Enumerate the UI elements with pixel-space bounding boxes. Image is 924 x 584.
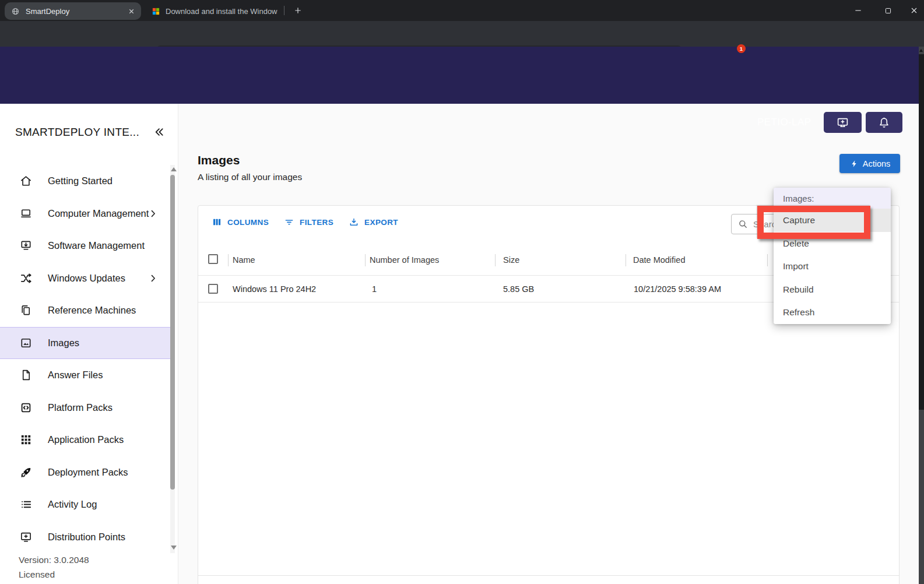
updates-shuffle-icon <box>19 272 33 285</box>
scroll-up-arrow-icon[interactable] <box>171 167 177 171</box>
sidebar-item-answer-files[interactable]: Answer Files <box>0 359 170 392</box>
filter-icon <box>284 217 294 227</box>
window-close-button[interactable] <box>905 4 923 17</box>
sidebar-item-getting-started[interactable]: Getting Started <box>0 165 170 198</box>
actions-button-label: Actions <box>863 159 891 168</box>
tab-windows-download[interactable]: Download and install the Windows A <box>147 2 282 20</box>
browser-toolbar: localhost:8080/web/images 1 <box>0 21 924 47</box>
tab-title: Download and install the Windows A <box>166 7 277 16</box>
columns-button[interactable]: COLUMNS <box>212 217 269 227</box>
sidebar-item-computer-management[interactable]: Computer Management <box>0 198 170 230</box>
tab-title: SmartDeploy <box>26 7 122 16</box>
images-icon <box>19 336 33 350</box>
annotation-highlight-box <box>757 206 870 239</box>
page-scrollbar-track[interactable] <box>919 47 924 584</box>
software-download-icon <box>19 239 33 252</box>
device-name: PETIO-LAP <box>757 117 811 128</box>
cell-size: 5.85 GB <box>503 284 534 294</box>
apps-grid-icon <box>19 433 33 446</box>
sidebar-item-label: Activity Log <box>48 499 97 510</box>
sidebar-item-application-packs[interactable]: Application Packs <box>0 424 170 456</box>
menu-item-import[interactable]: Import <box>774 255 891 279</box>
column-header-name[interactable]: Name <box>233 255 255 265</box>
bolt-icon <box>849 159 859 168</box>
filters-label: FILTERS <box>300 218 333 227</box>
sidebar-item-label: Application Packs <box>48 434 124 445</box>
sidebar-item-reference-machines[interactable]: Reference Machines <box>0 294 170 327</box>
column-separator <box>365 254 366 266</box>
column-separator <box>626 254 626 266</box>
tab-close-icon[interactable] <box>128 8 135 15</box>
sidebar-item-platform-packs[interactable]: Platform Packs <box>0 392 170 424</box>
rocket-icon <box>19 466 33 479</box>
tab-smartdeploy[interactable]: SmartDeploy <box>5 2 141 20</box>
microsoft-logo-icon <box>152 7 160 16</box>
sidebar-item-label: Reference Machines <box>48 305 136 316</box>
platform-code-icon <box>19 401 33 414</box>
cell-modified: 10/21/2025 9:58:39 AM <box>634 284 721 294</box>
cell-name: Windows 11 Pro 24H2 <box>233 284 316 294</box>
browser-window: SmartDeploy Download and install the Win… <box>0 0 924 584</box>
scroll-down-arrow-icon[interactable] <box>171 546 177 550</box>
app-header: smartdeploy® POWERED BY PDQ.COM PETIO-LA… <box>0 47 924 104</box>
page-title: Images <box>198 153 240 167</box>
tab-separator <box>284 6 284 15</box>
sidebar-item-activity-log[interactable]: Activity Log <box>0 488 170 521</box>
sidebar-item-label: Platform Packs <box>48 402 113 413</box>
sidebar-item-windows-updates[interactable]: Windows Updates <box>0 262 170 295</box>
sidebar-item-label: Answer Files <box>48 370 103 381</box>
actions-button[interactable]: Actions <box>839 154 900 173</box>
globe-icon <box>10 6 20 16</box>
column-separator <box>228 254 229 266</box>
filters-button[interactable]: FILTERS <box>284 217 333 227</box>
window-maximize-button[interactable] <box>879 4 897 17</box>
page-subtitle: A listing of all your images <box>198 172 302 182</box>
download-icon <box>349 217 359 227</box>
sidebar-item-label: Computer Management <box>48 208 149 219</box>
new-tab-button[interactable] <box>290 2 306 19</box>
tab-strip: SmartDeploy Download and install the Win… <box>0 0 924 21</box>
column-separator <box>767 254 768 266</box>
page-scrollbar-thumb[interactable] <box>919 54 924 410</box>
sidebar-item-deployment-packs[interactable]: Deployment Packs <box>0 456 170 489</box>
menu-item-rebuild[interactable]: Rebuild <box>774 278 891 301</box>
sidebar-item-label: Getting Started <box>48 175 113 187</box>
cell-count: 1 <box>372 284 377 294</box>
select-all-checkbox[interactable] <box>208 254 218 264</box>
license-text: Licensed <box>19 569 55 580</box>
sidebar-item-software-management[interactable]: Software Management <box>0 230 170 262</box>
row-checkbox[interactable] <box>208 284 218 294</box>
scrollbar-up-arrow-icon[interactable] <box>919 49 923 52</box>
columns-label: COLUMNS <box>227 218 269 227</box>
console-connect-button[interactable] <box>824 112 862 133</box>
column-separator <box>495 254 496 266</box>
sidebar-collapse-icon[interactable] <box>152 125 166 139</box>
table-toolbar: COLUMNS FILTERS EXPORT <box>212 214 398 230</box>
sidebar-item-label: Windows Updates <box>48 273 125 284</box>
version-text: Version: 3.0.2048 <box>19 555 89 565</box>
sidebar-item-label: Distribution Points <box>48 532 125 543</box>
sidebar-item-label: Images <box>48 337 79 349</box>
rewards-badge: 1 <box>737 44 746 53</box>
home-icon <box>19 174 33 188</box>
export-button[interactable]: EXPORT <box>349 217 398 227</box>
sidebar-item-images[interactable]: Images <box>0 327 170 360</box>
columns-icon <box>212 217 222 227</box>
copy-pages-icon <box>19 304 33 317</box>
computer-icon <box>19 207 33 220</box>
monitor-plus-icon <box>836 116 849 129</box>
column-header-size[interactable]: Size <box>503 255 519 265</box>
column-header-count[interactable]: Number of Images <box>370 255 439 265</box>
monitor-plus-icon <box>19 530 33 544</box>
window-minimize-button[interactable] <box>849 4 867 17</box>
sidebar-nav: Getting Started Computer Management Soft… <box>0 165 178 553</box>
table-footer-divider <box>198 575 899 576</box>
sidebar-scrollbar-thumb[interactable] <box>170 175 175 490</box>
activity-list-icon <box>19 498 33 511</box>
sidebar-item-label: Deployment Packs <box>48 467 128 478</box>
column-header-modified[interactable]: Date Modified <box>633 255 685 265</box>
sidebar-item-distribution-points[interactable]: Distribution Points <box>0 521 170 554</box>
menu-item-refresh[interactable]: Refresh <box>774 301 891 325</box>
chevron-right-icon <box>147 207 159 220</box>
notifications-button[interactable] <box>866 112 902 133</box>
